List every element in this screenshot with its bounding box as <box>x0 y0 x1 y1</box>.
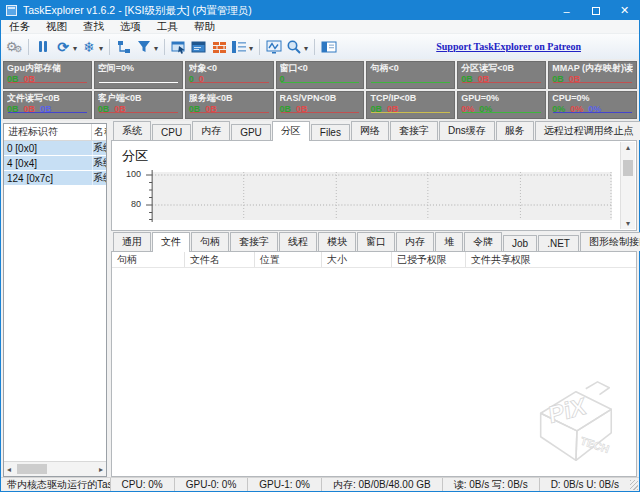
resize-grip[interactable] <box>630 480 638 490</box>
process-tree-icon[interactable] <box>115 37 133 57</box>
process-row[interactable]: 124 [0x7c] 系统 <box>4 171 106 186</box>
status-gpu0: GPU-0: 0% <box>174 478 248 491</box>
list-view-icon[interactable] <box>230 37 248 57</box>
tab-memory-lower[interactable]: 内存 <box>396 232 434 251</box>
scroll-left-icon[interactable]: ◂ <box>7 465 11 474</box>
horizontal-scrollbar[interactable]: ◂ ▸ <box>4 461 106 476</box>
tab-partition[interactable]: 分区 <box>272 121 310 141</box>
filter-dropdown-caret[interactable]: ▾ <box>154 44 158 53</box>
tab-services[interactable]: 服务 <box>496 121 534 140</box>
column-header-size[interactable]: 大小 <box>322 252 392 267</box>
tab-gdi[interactable]: 图形绘制接口 <box>580 232 640 251</box>
pause-icon[interactable] <box>34 37 52 57</box>
menu-find[interactable]: 查找 <box>75 20 112 34</box>
gauge-file-io[interactable]: 文件读写<0B 0B0B0B <box>3 91 92 119</box>
menu-view[interactable]: 视图 <box>38 20 75 34</box>
column-header-pid[interactable]: 进程标识符 <box>4 124 92 140</box>
scroll-up-icon[interactable]: ▴ <box>626 143 630 152</box>
column-header-share-access[interactable]: 文件共享权限 <box>466 252 636 267</box>
gauge-tcp-ip[interactable]: TCP/IP<0B 0B0B <box>366 91 455 119</box>
close-button[interactable]: ✕ <box>610 1 639 20</box>
gauge-line <box>462 112 541 113</box>
console-window-icon[interactable] <box>190 37 208 57</box>
tab-token[interactable]: 令牌 <box>464 232 502 251</box>
detail-panel: 系统 CPU 内存 GPU 分区 Files 网络 套接字 Dns缓存 服务 远… <box>111 123 637 477</box>
column-header-granted-access[interactable]: 已授予权限 <box>392 252 466 267</box>
scroll-right-icon[interactable]: ▸ <box>99 465 103 474</box>
tab-job[interactable]: Job <box>503 235 537 251</box>
maximize-button[interactable] <box>581 1 610 20</box>
tab-heap[interactable]: 堆 <box>435 232 463 251</box>
tab-general[interactable]: 通用 <box>113 232 151 251</box>
refresh-dropdown-caret[interactable]: ▾ <box>73 44 77 53</box>
tab-dotnet[interactable]: .NET <box>538 235 579 251</box>
column-header-name[interactable]: 名称 <box>92 125 106 139</box>
system-monitor-icon[interactable] <box>265 37 283 57</box>
menu-tools[interactable]: 工具 <box>149 20 186 34</box>
tab-windows[interactable]: 窗口 <box>357 232 395 251</box>
tab-network[interactable]: 网络 <box>351 121 389 140</box>
tab-sockets-lower[interactable]: 套接字 <box>230 232 278 251</box>
gauge-mmap-io[interactable]: MMAP (内存映射)读写<0B 0B0B <box>548 61 637 89</box>
filter-icon[interactable] <box>135 37 153 57</box>
gauge-line <box>8 82 87 83</box>
partition-chart: 100 80 <box>120 168 612 224</box>
gauge-line <box>8 112 87 113</box>
scrollbar-thumb[interactable] <box>623 160 633 176</box>
title-bar[interactable]: TaskExplorer v1.6.2 - [KSI级别最大] (内置管理员) … <box>1 1 639 20</box>
tab-modules[interactable]: 模块 <box>318 232 356 251</box>
column-header-filename[interactable]: 文件名 <box>185 252 255 267</box>
column-header-handle[interactable]: 句柄 <box>112 252 185 267</box>
tab-threads[interactable]: 线程 <box>279 232 317 251</box>
menu-help[interactable]: 帮助 <box>186 20 223 34</box>
chart-y-axis-labels: 100 80 <box>120 168 144 224</box>
scrollbar-thumb[interactable] <box>17 464 47 474</box>
freeze-dropdown-caret[interactable]: ▾ <box>99 44 103 53</box>
gauge-objects[interactable]: 对象<0 00 <box>185 61 274 89</box>
column-header-location[interactable]: 位置 <box>255 252 322 267</box>
gauge-line <box>281 82 360 83</box>
toolbar-separator <box>109 39 110 55</box>
gauge-gpu-memory[interactable]: Gpu内部存储 0B0B <box>3 61 92 89</box>
process-row[interactable]: 0 [0x0] 系统 <box>4 141 106 156</box>
vertical-scrollbar[interactable]: ▴ ▾ <box>620 142 635 229</box>
gauge-cpu[interactable]: CPU=0% 0%0%0% <box>548 91 637 119</box>
minimize-button[interactable]: – <box>552 1 581 20</box>
select-window-icon[interactable] <box>170 37 188 57</box>
patreon-link[interactable]: Support TaskExplorer on Patreon <box>436 41 581 52</box>
tab-memory[interactable]: 内存 <box>192 121 230 140</box>
refresh-icon[interactable]: ⟳ <box>54 37 72 57</box>
gauge-disk-io[interactable]: 分区读写<0B 0B0B <box>457 61 546 89</box>
tab-rpc-endpoints[interactable]: 远程过程调用终止点 <box>535 121 640 140</box>
gauge-client[interactable]: 客户端<0B 0B0B <box>94 91 183 119</box>
info-panel-icon[interactable] <box>320 37 338 57</box>
tab-dns-cache[interactable]: Dns缓存 <box>439 121 495 140</box>
tab-file[interactable]: 文件 <box>152 232 190 252</box>
toolbar-separator <box>314 39 315 55</box>
tab-files[interactable]: Files <box>311 124 350 140</box>
freeze-snowflake-icon[interactable]: ❄ <box>80 37 98 57</box>
gauge-windows[interactable]: 窗口<0 0 <box>276 61 365 89</box>
tab-gpu[interactable]: GPU <box>231 124 271 140</box>
gauge-space[interactable]: 空间=0% <box>94 61 183 89</box>
toolbar-separator <box>28 39 29 55</box>
process-row[interactable]: 4 [0x4] 系统 <box>4 156 106 171</box>
search-icon[interactable] <box>285 37 303 57</box>
tab-cpu[interactable]: CPU <box>152 124 191 140</box>
menu-options[interactable]: 选项 <box>112 20 149 34</box>
gauge-ras-vpn[interactable]: RAS/VPN<0B 0B0B <box>276 91 365 119</box>
tab-handles[interactable]: 句柄 <box>191 232 229 251</box>
gauge-server[interactable]: 服务端<0B 0B0B <box>185 91 274 119</box>
list-dropdown-caret[interactable]: ▾ <box>249 44 253 53</box>
process-list-empty-area <box>4 186 106 461</box>
firewall-icon[interactable] <box>210 37 228 57</box>
scroll-down-icon[interactable]: ▾ <box>626 219 630 228</box>
tab-system[interactable]: 系统 <box>113 121 151 140</box>
lower-tab-bar: 通用 文件 句柄 套接字 线程 模块 窗口 内存 堆 令牌 Job .NET 图… <box>111 234 637 252</box>
settings-gears-icon[interactable]: ⚙⚙ <box>5 37 23 57</box>
gauge-handles[interactable]: 句柄<0 <box>366 61 455 89</box>
tab-sockets[interactable]: 套接字 <box>390 121 438 140</box>
gauge-gpu[interactable]: GPU=0% 0%0% <box>457 91 546 119</box>
menu-tasks[interactable]: 任务 <box>1 20 38 34</box>
search-dropdown-caret[interactable]: ▾ <box>304 44 308 53</box>
